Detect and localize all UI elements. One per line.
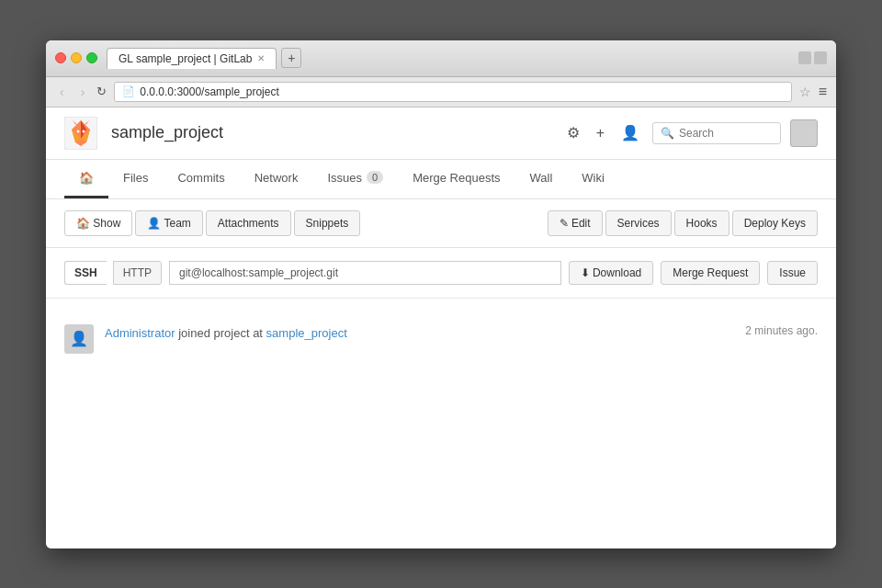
tab-bar: GL sample_project | GitLab ✕ + bbox=[107, 48, 789, 69]
activity-target-link[interactable]: sample_project bbox=[266, 326, 347, 340]
git-url-bar: SSH HTTP ⬇ Download Merge Request Issue bbox=[46, 248, 836, 299]
gitlab-logo bbox=[64, 117, 97, 150]
user-button[interactable]: 👤 bbox=[617, 120, 643, 145]
maximize-button[interactable] bbox=[86, 52, 97, 63]
tab-close-icon[interactable]: ✕ bbox=[257, 53, 265, 63]
tab-network[interactable]: Network bbox=[240, 160, 313, 198]
git-url-input[interactable] bbox=[169, 261, 561, 285]
subtab-attachments[interactable]: Attachments bbox=[206, 210, 291, 236]
project-name: sample_project bbox=[111, 123, 549, 142]
tab-commits[interactable]: Commits bbox=[163, 160, 239, 198]
tab-merge-requests[interactable]: Merge Requests bbox=[398, 160, 514, 198]
search-input[interactable] bbox=[679, 127, 773, 140]
issues-badge: 0 bbox=[367, 171, 383, 184]
nav-tabs: 🏠 Files Commits Network Issues 0 Merge R… bbox=[46, 160, 836, 199]
ssh-button[interactable]: SSH bbox=[64, 261, 107, 285]
address-bar: ‹ › ↻ 📄 0.0.0.0:3000/sample_project ☆ ≡ bbox=[46, 77, 836, 107]
activity-text: Administrator joined project at sample_p… bbox=[105, 324, 734, 343]
minimize-button[interactable] bbox=[71, 52, 82, 63]
subtab-edit[interactable]: ✎ Edit bbox=[548, 210, 603, 236]
tab-issues[interactable]: Issues 0 bbox=[312, 160, 398, 198]
activity-section: 👤 Administrator joined project at sample… bbox=[46, 299, 836, 379]
back-button[interactable]: ‹ bbox=[55, 83, 69, 101]
window-controls bbox=[798, 51, 827, 64]
svg-point-6 bbox=[83, 130, 85, 132]
win-ctrl-1 bbox=[798, 51, 811, 64]
settings-button[interactable]: ⚙ bbox=[563, 120, 583, 145]
refresh-button[interactable]: ↻ bbox=[96, 85, 107, 98]
tab-wall[interactable]: Wall bbox=[515, 160, 568, 198]
avatar bbox=[790, 119, 818, 147]
title-bar: GL sample_project | GitLab ✕ + bbox=[46, 40, 836, 77]
traffic-lights bbox=[55, 52, 97, 63]
svg-point-5 bbox=[77, 130, 80, 132]
tab-title: GL sample_project | GitLab bbox=[119, 52, 252, 65]
tab-home[interactable]: 🏠 bbox=[64, 160, 108, 198]
tab-files[interactable]: Files bbox=[108, 160, 163, 198]
url-text: 0.0.0.0:3000/sample_project bbox=[140, 85, 278, 98]
merge-request-button[interactable]: Merge Request bbox=[661, 261, 760, 285]
activity-item: 👤 Administrator joined project at sample… bbox=[64, 317, 818, 361]
sub-tabs-bar: 🏠 Show 👤 Team Attachments Snippets ✎ Edi… bbox=[46, 199, 836, 248]
activity-action: joined project at bbox=[178, 326, 266, 340]
search-box: 🔍 bbox=[652, 122, 781, 144]
win-ctrl-2 bbox=[814, 51, 827, 64]
search-icon: 🔍 bbox=[661, 127, 674, 140]
url-icon: 📄 bbox=[122, 85, 135, 97]
close-button[interactable] bbox=[55, 52, 66, 63]
url-bar[interactable]: 📄 0.0.0.0:3000/sample_project bbox=[114, 82, 791, 102]
subtab-hooks[interactable]: Hooks bbox=[674, 210, 729, 236]
download-button[interactable]: ⬇ Download bbox=[569, 261, 654, 285]
header-actions: ⚙ + 👤 🔍 bbox=[563, 119, 818, 147]
issue-button[interactable]: Issue bbox=[767, 261, 818, 285]
http-button[interactable]: HTTP bbox=[113, 261, 162, 285]
page-content: sample_project ⚙ + 👤 🔍 🏠 Files Commits N… bbox=[46, 107, 836, 548]
subtab-team[interactable]: 👤 Team bbox=[135, 210, 202, 236]
subtab-services[interactable]: Services bbox=[605, 210, 672, 236]
subtab-deploy-keys[interactable]: Deploy Keys bbox=[732, 210, 818, 236]
browser-window: GL sample_project | GitLab ✕ + ‹ › ↻ 📄 0… bbox=[46, 40, 836, 548]
gitlab-header: sample_project ⚙ + 👤 🔍 bbox=[46, 107, 836, 160]
tab-wiki[interactable]: Wiki bbox=[567, 160, 619, 198]
activity-avatar: 👤 bbox=[64, 324, 94, 354]
subtab-snippets[interactable]: Snippets bbox=[294, 210, 361, 236]
forward-button[interactable]: › bbox=[76, 83, 90, 101]
active-tab[interactable]: GL sample_project | GitLab ✕ bbox=[107, 48, 277, 69]
subtab-show[interactable]: 🏠 Show bbox=[64, 210, 132, 236]
plus-button[interactable]: + bbox=[593, 121, 608, 145]
new-tab-button[interactable]: + bbox=[281, 48, 301, 68]
browser-menu-button[interactable]: ≡ bbox=[819, 84, 827, 100]
activity-time: 2 minutes ago. bbox=[745, 324, 818, 337]
activity-user-link[interactable]: Administrator bbox=[105, 326, 175, 340]
bookmark-button[interactable]: ☆ bbox=[799, 85, 811, 99]
